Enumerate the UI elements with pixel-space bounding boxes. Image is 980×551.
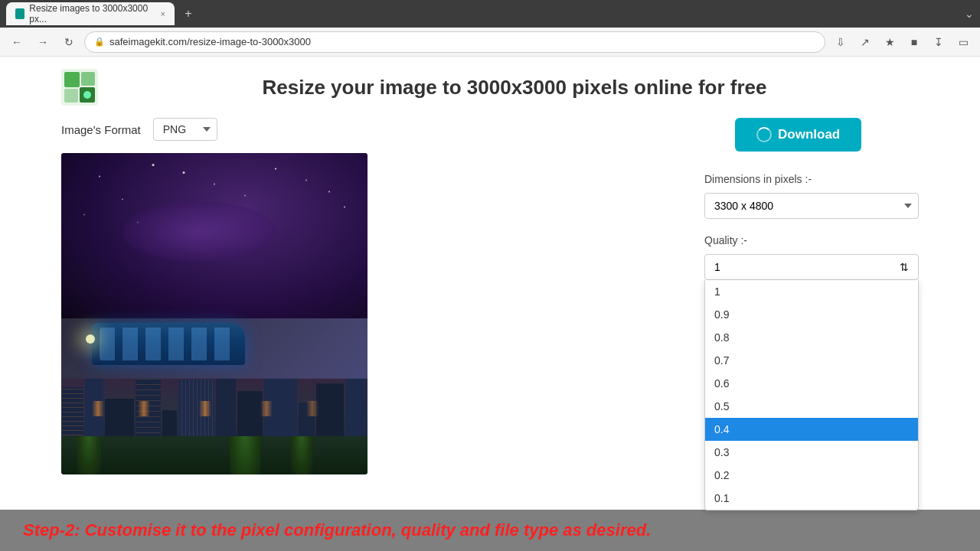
format-select[interactable]: PNG JPEG WEBP [153, 118, 217, 141]
extension-icon[interactable]: ■ [903, 31, 925, 53]
svg-point-11 [122, 199, 123, 201]
dimensions-select[interactable]: 3300 x 4800 3000 x 3000 1920 x 1080 1280… [704, 193, 919, 219]
quality-select-button[interactable]: 1 ⇅ [704, 254, 919, 280]
svg-point-17 [137, 222, 139, 223]
download-icon[interactable]: ↧ [928, 31, 949, 53]
quality-option-02[interactable]: 0.2 [705, 464, 918, 487]
city-image [61, 153, 368, 474]
tab-close-button[interactable]: × [161, 9, 165, 18]
quality-select-wrapper: 1 ⇅ 1 0.9 0.8 0.7 0.6 0.5 0.4 0.3 0.2 0.… [704, 254, 919, 280]
svg-point-14 [83, 214, 85, 216]
svg-point-5 [83, 91, 91, 99]
tab-title: Resize images to 3000x3000 px... [29, 3, 151, 24]
new-tab-button[interactable]: + [178, 3, 199, 24]
site-logo [61, 69, 98, 106]
tab-bar: Resize images to 3000x3000 px... × + ⌄ [0, 0, 980, 28]
image-preview [61, 153, 368, 474]
browser-chrome: Resize images to 3000x3000 px... × + ⌄ ←… [0, 0, 980, 57]
toolbar-right-buttons: ⇩ ↗ ★ ■ ↧ ▭ [830, 31, 974, 53]
svg-point-8 [214, 184, 215, 185]
quality-option-01[interactable]: 0.1 [705, 487, 918, 510]
svg-point-7 [152, 164, 155, 166]
lock-icon: 🔒 [94, 37, 105, 47]
quality-dropdown-arrow: ⇅ [900, 261, 909, 273]
quality-option-05[interactable]: 0.5 [705, 395, 918, 418]
svg-point-13 [305, 180, 307, 181]
street-lights [61, 401, 368, 416]
bottom-banner: Step-2: Customise it to the pixel config… [0, 510, 980, 551]
quality-option-08[interactable]: 0.8 [705, 326, 918, 349]
svg-rect-2 [81, 72, 95, 86]
svg-point-6 [99, 176, 100, 178]
tab-right-controls: ⌄ [965, 8, 974, 20]
reload-button[interactable]: ↻ [58, 31, 80, 53]
bookmark-download-icon[interactable]: ⇩ [830, 31, 851, 53]
active-tab[interactable]: Resize images to 3000x3000 px... × [6, 2, 175, 25]
format-label: Image's Format [61, 123, 141, 136]
quality-selected-value: 1 [714, 261, 720, 273]
quality-option-06[interactable]: 0.6 [705, 372, 918, 395]
address-bar[interactable]: 🔒 safeimagekit.com/resize-image-to-3000x… [84, 31, 825, 53]
cast-icon[interactable]: ▭ [952, 31, 974, 53]
quality-option-04[interactable]: 0.4 [705, 418, 918, 441]
bottom-banner-text: Step-2: Customise it to the pixel config… [23, 520, 651, 540]
address-text: safeimagekit.com/resize-image-to-3000x30… [109, 36, 311, 47]
dimensions-label: Dimensions in pixels :- [704, 173, 919, 185]
svg-point-16 [244, 195, 246, 197]
browser-toolbar: ← → ↻ 🔒 safeimagekit.com/resize-image-to… [0, 28, 980, 57]
format-row: Image's Format PNG JPEG WEBP [61, 118, 674, 141]
svg-point-10 [328, 191, 330, 193]
tab-list-icon[interactable]: ⌄ [965, 8, 974, 20]
download-spinner-icon [756, 127, 772, 142]
train [92, 323, 245, 365]
page-content: Resize your image to 3000x3000 pixels on… [0, 57, 980, 551]
star-icon[interactable]: ★ [879, 31, 900, 53]
right-panel: Download Dimensions in pixels :- 3300 x … [704, 118, 919, 280]
tab-favicon [15, 8, 24, 19]
quality-option-07[interactable]: 0.7 [705, 349, 918, 372]
page-header: Resize your image to 3000x3000 pixels on… [0, 57, 980, 118]
svg-rect-3 [64, 89, 78, 103]
page-title: Resize your image to 3000x3000 pixels on… [110, 76, 919, 99]
svg-point-15 [344, 207, 345, 208]
train-light [86, 334, 95, 344]
stars-decoration [61, 153, 368, 330]
left-panel: Image's Format PNG JPEG WEBP [61, 118, 674, 474]
quality-label: Quality :- [704, 234, 919, 246]
main-area: Image's Format PNG JPEG WEBP [0, 118, 980, 474]
back-button[interactable]: ← [6, 31, 28, 53]
svg-point-9 [275, 168, 276, 170]
quality-dropdown: 1 0.9 0.8 0.7 0.6 0.5 0.4 0.3 0.2 0.1 [704, 280, 919, 510]
quality-option-03[interactable]: 0.3 [705, 441, 918, 464]
svg-rect-1 [64, 72, 80, 87]
download-button[interactable]: Download [735, 118, 861, 152]
forward-button[interactable]: → [32, 31, 54, 53]
download-label: Download [778, 127, 840, 142]
quality-option-09[interactable]: 0.9 [705, 303, 918, 326]
svg-point-12 [183, 171, 185, 174]
ground-area [61, 436, 368, 474]
share-icon[interactable]: ↗ [854, 31, 876, 53]
quality-option-1[interactable]: 1 [705, 280, 918, 303]
